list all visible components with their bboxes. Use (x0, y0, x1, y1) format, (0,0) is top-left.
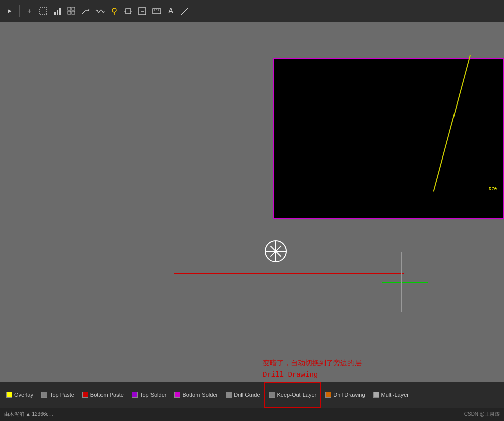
layer-color-overlay (6, 392, 12, 398)
layer-item-top-paste[interactable]: Top Paste (37, 382, 78, 408)
layer-item-drill-guide[interactable]: Drill Guide (222, 382, 264, 408)
toolbar-trace-icon[interactable] (80, 6, 91, 17)
vertical-guide-line (401, 252, 402, 312)
layer-bar: OverlayTop PasteBottom PasteTop SolderBo… (0, 382, 504, 408)
layer-label-bottom-paste: Bottom Paste (90, 392, 124, 398)
toolbar-component-icon[interactable] (123, 6, 134, 17)
svg-rect-0 (40, 8, 47, 15)
layer-item-top-solder[interactable]: Top Solder (128, 382, 171, 408)
layer-item-drill-drawing[interactable]: Drill Drawing (321, 382, 369, 408)
toolbar-rules-icon[interactable] (151, 6, 162, 17)
toolbar-chart-icon[interactable] (52, 6, 63, 17)
layer-item-overlay[interactable]: Overlay (2, 382, 37, 408)
layer-item-bottom-solder[interactable]: Bottom Solder (170, 382, 222, 408)
toolbar-mode-icon[interactable]: ▶ (4, 6, 15, 17)
layer-color-drill-drawing (325, 392, 331, 398)
layer-item-bottom-paste[interactable]: Bottom Paste (78, 382, 128, 408)
red-trace-line (174, 273, 404, 274)
cursor-crosshair (265, 240, 287, 262)
svg-point-8 (112, 8, 116, 12)
toolbar-separator (19, 5, 20, 17)
layer-color-bottom-paste (82, 392, 88, 398)
layer-color-multi-layer (373, 392, 379, 398)
layer-label-drill-drawing: Drill Drawing (333, 392, 365, 398)
r70-label: R70 (489, 187, 497, 192)
status-line2: Drill Drawing (263, 369, 362, 380)
green-trace-line (382, 282, 428, 283)
toolbar-wave-icon[interactable] (94, 6, 106, 17)
svg-rect-2 (57, 10, 58, 15)
layer-label-multi-layer: Multi-Layer (381, 392, 409, 398)
layer-color-top-paste (41, 392, 47, 398)
toolbar-add-icon[interactable]: ✛ (24, 6, 35, 17)
pcb-board (273, 58, 504, 219)
toolbar-grid-icon[interactable] (66, 6, 77, 17)
svg-rect-6 (68, 11, 71, 14)
canvas-status-text: 变暗了，自动切换到了旁边的层 Drill Drawing (263, 358, 362, 381)
toolbar-pin-icon[interactable] (109, 6, 120, 17)
layer-label-top-solder: Top Solder (140, 392, 167, 398)
status-bar: 由木泥消 ▲ 12366c... CSDN @王泉涛 (0, 408, 504, 421)
toolbar-select-icon[interactable] (38, 6, 49, 17)
layer-label-keep-out-layer: Keep-Out Layer (277, 392, 317, 398)
status-info: 由木泥消 ▲ 12366c... (4, 411, 53, 418)
layer-color-bottom-solder (174, 392, 180, 398)
layer-label-drill-guide: Drill Guide (234, 392, 260, 398)
svg-rect-5 (72, 7, 75, 10)
layer-label-overlay: Overlay (14, 392, 33, 398)
toolbar-text-icon[interactable]: A (165, 6, 176, 17)
toolbar-line-icon[interactable] (179, 6, 190, 17)
svg-rect-1 (54, 12, 56, 15)
svg-line-19 (181, 8, 188, 15)
toolbar-drc-icon[interactable] (137, 6, 148, 17)
layer-label-top-paste: Top Paste (49, 392, 74, 398)
layer-label-bottom-solder: Bottom Solder (182, 392, 218, 398)
toolbar: ▶ ✛ (0, 0, 504, 22)
svg-rect-3 (59, 8, 61, 15)
pcb-border-bottom (273, 218, 504, 219)
layer-color-keep-out-layer (269, 392, 275, 398)
layer-color-top-solder (132, 392, 138, 398)
svg-rect-10 (126, 9, 131, 14)
layer-item-multi-layer[interactable]: Multi-Layer (369, 382, 413, 408)
status-line1: 变暗了，自动切换到了旁边的层 (263, 358, 362, 369)
svg-rect-7 (72, 11, 75, 14)
canvas-area[interactable]: R70 变暗了，自动切换到了旁边的层 Drill Drawing (0, 22, 504, 382)
svg-rect-4 (68, 7, 71, 10)
layer-color-drill-guide (226, 392, 232, 398)
layer-item-keep-out-layer[interactable]: Keep-Out Layer (264, 382, 322, 408)
csdn-watermark: CSDN @王泉涛 (464, 411, 500, 418)
